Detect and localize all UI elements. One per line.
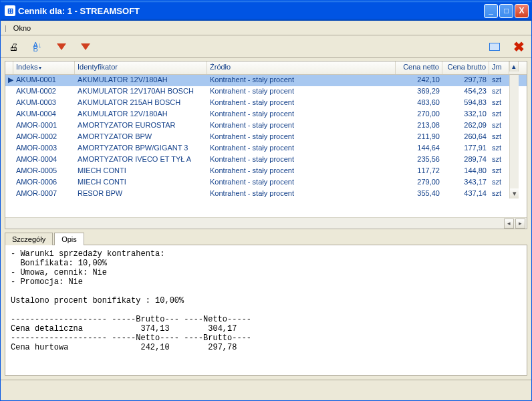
row-marker <box>5 132 13 143</box>
cell-netto: 144,64 <box>396 143 442 154</box>
grid-hscrollbar[interactable]: ◂ ▸ <box>5 217 527 229</box>
close-button[interactable]: X <box>515 4 529 18</box>
cell-zrodlo: Kontrahent - stały procent <box>207 143 396 154</box>
col-cena-brutto[interactable]: Cena brutto <box>442 61 489 74</box>
sort-icon: A↓B <box>33 43 42 51</box>
cell-zrodlo: Kontrahent - stały procent <box>207 98 396 109</box>
cell-jm: szt <box>489 143 509 154</box>
table-row[interactable]: AKUM-0003AKUMULATOR 215AH BOSCHKontrahen… <box>5 98 527 109</box>
app-icon: ⊞ <box>5 5 15 16</box>
cell-ident: AKUMULATOR 12V/180AH <box>75 109 207 120</box>
cell-zrodlo: Kontrahent - stały procent <box>207 132 396 143</box>
layout-icon <box>489 43 500 51</box>
cell-indeks: AMOR-0001 <box>13 120 75 132</box>
scrollbar-track <box>509 98 519 109</box>
cell-ident: RESOR BPW <box>75 188 207 200</box>
funnel-clear-icon <box>81 43 90 50</box>
filter-clear-button[interactable] <box>78 39 93 54</box>
cell-ident: AKUMULATOR 215AH BOSCH <box>75 98 207 109</box>
table-row[interactable]: AKUM-0004AKUMULATOR 12V/180AHKontrahent … <box>5 109 527 120</box>
tab-opis[interactable]: Opis <box>54 233 84 245</box>
tabstrip: Szczegóły Opis <box>5 232 527 245</box>
row-marker <box>5 154 13 166</box>
cell-indeks: AMOR-0005 <box>13 166 75 177</box>
cell-indeks: AMOR-0002 <box>13 132 75 143</box>
scroll-right-button[interactable]: ▸ <box>515 219 525 229</box>
table-row[interactable]: AMOR-0003AMORTYZATOR BPW/GIGANT 3Kontrah… <box>5 143 527 154</box>
opis-content[interactable]: - Warunki sprzedaży kontrahenta: Bonifik… <box>5 245 527 376</box>
table-row[interactable]: AMOR-0005MIECH CONTIKontrahent - stały p… <box>5 166 527 177</box>
table-row[interactable]: AMOR-0006MIECH CONTIKontrahent - stały p… <box>5 177 527 188</box>
cell-indeks: AKUM-0004 <box>13 109 75 120</box>
scroll-up-button[interactable]: ▴ <box>509 61 519 72</box>
delete-button[interactable]: ✖ <box>511 39 526 54</box>
cell-brutto: 177,91 <box>442 143 489 154</box>
cell-zrodlo: Kontrahent - stały procent <box>207 120 396 132</box>
maximize-button[interactable]: □ <box>499 4 513 18</box>
cell-netto: 355,40 <box>396 188 442 200</box>
cell-zrodlo: Kontrahent - stały procent <box>207 177 396 188</box>
col-identyfikator[interactable]: Identyfikator <box>75 61 207 74</box>
cell-ident: AMORTYZATOR IVECO ET TYŁ A <box>75 154 207 166</box>
print-button[interactable] <box>6 39 21 54</box>
tab-szczegoly[interactable]: Szczegóły <box>5 233 53 245</box>
toolbar: A↓B ✖ <box>1 35 531 58</box>
scroll-left-button[interactable]: ◂ <box>504 219 514 229</box>
grid-body[interactable]: ▶AKUM-0001AKUMULATOR 12V/180AHKontrahent… <box>5 75 527 217</box>
cell-ident: MIECH CONTI <box>75 166 207 177</box>
row-marker <box>5 143 13 154</box>
titlebar[interactable]: ⊞ Cennik dla: 1 - STREAMSOFT _ □ X <box>1 1 531 21</box>
cell-netto: 213,08 <box>396 120 442 132</box>
cell-indeks: AKUM-0003 <box>13 98 75 109</box>
scroll-down-button[interactable]: ▾ <box>509 188 519 198</box>
cell-ident: MIECH CONTI <box>75 177 207 188</box>
table-row[interactable]: AMOR-0004AMORTYZATOR IVECO ET TYŁ AKontr… <box>5 154 527 166</box>
scrollbar-track <box>509 86 519 98</box>
row-marker: ▶ <box>5 75 13 86</box>
table-row[interactable]: AMOR-0002AMORTYZATOR BPWKontrahent - sta… <box>5 132 527 143</box>
scrollbar-track <box>509 154 519 166</box>
sort-button[interactable]: A↓B <box>30 39 45 54</box>
filter-button[interactable] <box>54 39 69 54</box>
cell-brutto: 260,64 <box>442 132 489 143</box>
cell-ident: AMORTYZATOR EUROSTAR <box>75 120 207 132</box>
scrollbar-track <box>509 166 519 177</box>
row-marker <box>5 98 13 109</box>
cell-brutto: 144,80 <box>442 166 489 177</box>
cell-indeks: AMOR-0006 <box>13 177 75 188</box>
row-marker <box>5 120 13 132</box>
menubar-divider: | <box>5 24 7 32</box>
cell-ident: AKUMULATOR 12V170AH BOSCH <box>75 86 207 98</box>
table-row[interactable]: ▶AKUM-0001AKUMULATOR 12V/180AHKontrahent… <box>5 75 527 86</box>
cell-jm: szt <box>489 166 509 177</box>
menu-okno[interactable]: Okno <box>9 23 35 33</box>
col-cena-netto[interactable]: Cena netto <box>396 61 442 74</box>
scrollbar-track <box>509 120 519 132</box>
col-zrodlo[interactable]: Źródło <box>207 61 396 74</box>
funnel-icon <box>57 43 66 50</box>
table-row[interactable]: AKUM-0002AKUMULATOR 12V170AH BOSCHKontra… <box>5 86 527 98</box>
col-jm[interactable]: Jm <box>489 61 509 74</box>
cell-netto: 117,72 <box>396 166 442 177</box>
grid-header[interactable]: Indeks▾ Identyfikator Źródło Cena netto … <box>5 61 527 75</box>
sort-indicator-icon: ▾ <box>39 65 41 71</box>
cell-netto: 279,00 <box>396 177 442 188</box>
cell-zrodlo: Kontrahent - stały procent <box>207 154 396 166</box>
cell-brutto: 454,23 <box>442 86 489 98</box>
cell-ident: AMORTYZATOR BPW <box>75 132 207 143</box>
cell-netto: 242,10 <box>396 75 442 86</box>
cell-indeks: AMOR-0003 <box>13 143 75 154</box>
cell-brutto: 289,74 <box>442 154 489 166</box>
cell-netto: 235,56 <box>396 154 442 166</box>
scrollbar-track <box>509 143 519 154</box>
col-indeks[interactable]: Indeks▾ <box>13 61 75 74</box>
minimize-button[interactable]: _ <box>484 4 498 18</box>
layout-button[interactable] <box>487 39 502 54</box>
menubar: | Okno <box>1 21 531 35</box>
table-row[interactable]: AMOR-0007RESOR BPWKontrahent - stały pro… <box>5 188 527 200</box>
row-marker <box>5 188 13 200</box>
cell-ident: AMORTYZATOR BPW/GIGANT 3 <box>75 143 207 154</box>
table-row[interactable]: AMOR-0001AMORTYZATOR EUROSTARKontrahent … <box>5 120 527 132</box>
cell-netto: 270,00 <box>396 109 442 120</box>
cell-jm: szt <box>489 98 509 109</box>
